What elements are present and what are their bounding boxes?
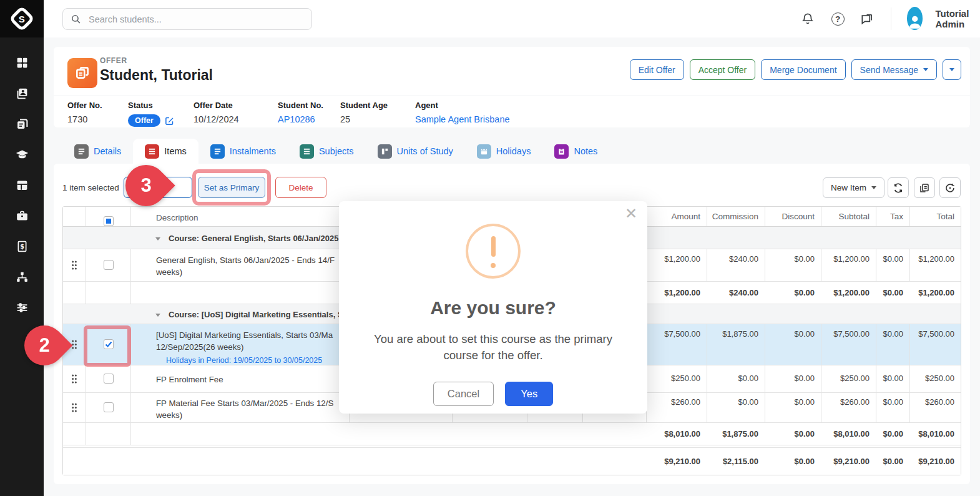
sidebar-item-dashboard[interactable] xyxy=(0,47,44,78)
offer-header-card: OFFER Student, Tutorial Edit Offer Accep… xyxy=(54,47,970,127)
sliders-icon xyxy=(16,301,29,314)
collapse-caret-icon[interactable] xyxy=(155,314,160,317)
tab-details[interactable]: Details xyxy=(62,139,133,164)
status-badge: Offer xyxy=(128,114,160,127)
user-name: Tutorial Admin xyxy=(935,8,980,29)
cancel-button[interactable]: Cancel xyxy=(433,382,494,406)
new-item-button[interactable]: New Item xyxy=(823,177,884,198)
more-actions-button[interactable] xyxy=(943,59,961,80)
chat-icon xyxy=(860,12,874,26)
drag-handle-icon[interactable] xyxy=(63,393,86,422)
graduation-cap-icon xyxy=(16,148,29,161)
columns-icon xyxy=(919,182,930,194)
field-offer-no: Offer No. 1730 xyxy=(67,101,102,124)
drag-handle-icon[interactable] xyxy=(63,249,86,281)
sidebar-item-finance[interactable]: $ xyxy=(0,231,44,262)
items-icon xyxy=(145,144,159,159)
tab-bar: Details Items Instalments Subjects Units… xyxy=(62,139,609,164)
select-all-checkbox[interactable] xyxy=(104,216,114,226)
history-icon xyxy=(944,182,956,194)
sidebar-item-settings[interactable] xyxy=(0,292,44,323)
tab-items[interactable]: Items xyxy=(133,139,198,164)
layout-icon xyxy=(16,179,29,192)
sidebar-item-students[interactable] xyxy=(0,78,44,109)
tab-units-of-study[interactable]: Units of Study xyxy=(366,139,465,164)
bell-icon xyxy=(801,12,815,26)
instalments-icon xyxy=(210,144,225,159)
offer-kicker: OFFER xyxy=(100,56,127,65)
tab-instalments[interactable]: Instalments xyxy=(198,139,288,164)
edit-status-icon[interactable] xyxy=(165,116,174,126)
students-icon xyxy=(16,87,29,100)
field-status: Status Offer xyxy=(128,101,174,127)
grand-total-row: $9,210.00 $2,115.00 $0.00 $9,210.00 $0.0… xyxy=(63,447,961,475)
logo-icon: S xyxy=(9,6,35,32)
edit-offer-button[interactable]: Edit Offer xyxy=(630,59,684,80)
sidebar-item-network[interactable] xyxy=(0,262,44,292)
tab-holidays[interactable]: Holidays xyxy=(465,139,543,164)
page-title: Student, Tutorial xyxy=(100,67,213,84)
help-button[interactable]: ? xyxy=(830,11,846,27)
row-checkbox[interactable] xyxy=(104,260,114,270)
drag-handle-icon[interactable] xyxy=(63,365,86,392)
tab-subjects[interactable]: Subjects xyxy=(288,139,366,164)
invoice-icon: $ xyxy=(16,240,29,253)
merge-document-button[interactable]: Merge Document xyxy=(761,59,845,80)
notifications-button[interactable] xyxy=(800,11,816,27)
close-icon[interactable]: ✕ xyxy=(625,206,637,221)
field-agent: Agent Sample Agent Brisbane xyxy=(415,101,510,124)
units-of-study-icon xyxy=(378,144,392,159)
search-icon xyxy=(71,14,81,24)
annotation-highlight-set-primary xyxy=(192,169,271,206)
search-input[interactable] xyxy=(87,14,304,25)
columns-button[interactable] xyxy=(914,177,935,198)
accept-offer-button[interactable]: Accept Offer xyxy=(690,59,756,80)
offers-icon xyxy=(16,117,29,131)
sidebar-item-offers[interactable] xyxy=(0,109,44,139)
search-box xyxy=(62,8,312,30)
selection-status: 1 item selected xyxy=(62,183,119,192)
annotation-step-3-badge: 3 xyxy=(125,165,167,206)
agent-link[interactable]: Sample Agent Brisbane xyxy=(415,114,510,124)
app-window: S $ xyxy=(0,0,980,496)
topbar: ? Tutorial Admin xyxy=(44,0,980,37)
collapse-caret-icon[interactable] xyxy=(155,237,160,241)
sidebar-item-agents[interactable] xyxy=(0,201,44,231)
annotation-step-2-badge: 2 xyxy=(24,325,64,365)
dialog-message: You are about to set this course as the … xyxy=(365,331,621,364)
field-student-no: Student No. AP10286 xyxy=(278,101,323,124)
offer-actions: Edit Offer Accept Offer Merge Document S… xyxy=(630,59,961,80)
row-checkbox[interactable] xyxy=(104,402,114,412)
details-icon xyxy=(74,144,89,159)
holidays-in-period-link[interactable]: Holidays in Period: 19/05/2025 to 30/05/… xyxy=(156,355,349,366)
chevron-down-icon xyxy=(923,68,928,71)
field-student-age: Student Age 25 xyxy=(340,101,388,124)
yes-button[interactable]: Yes xyxy=(505,382,553,406)
briefcase-icon xyxy=(16,209,29,222)
dialog-title: Are you sure? xyxy=(339,297,647,319)
header-divider xyxy=(54,96,970,96)
dashboard-icon xyxy=(16,56,29,69)
messages-button[interactable] xyxy=(858,11,875,27)
send-message-button[interactable]: Send Message xyxy=(851,59,937,80)
sidebar-item-courses[interactable] xyxy=(0,139,44,170)
field-offer-date: Offer Date 10/12/2024 xyxy=(194,101,239,124)
svg-text:$: $ xyxy=(20,243,24,250)
refresh-button[interactable] xyxy=(888,177,909,198)
offer-icon xyxy=(67,58,97,88)
tab-notes[interactable]: Notes xyxy=(542,139,609,164)
user-menu[interactable]: Tutorial Admin xyxy=(907,7,980,30)
holidays-calendar-icon xyxy=(477,144,491,159)
sidebar-item-timetable[interactable] xyxy=(0,170,44,201)
app-logo[interactable]: S xyxy=(0,0,44,37)
confirm-dialog: ✕ Are you sure? You are about to set thi… xyxy=(339,201,647,414)
help-icon: ? xyxy=(831,12,845,26)
row-checkbox[interactable] xyxy=(104,374,114,384)
history-button[interactable] xyxy=(939,177,961,198)
network-icon xyxy=(16,270,29,284)
subjects-icon xyxy=(300,144,314,159)
student-no-link[interactable]: AP10286 xyxy=(278,114,323,124)
delete-button[interactable]: Delete xyxy=(275,177,326,198)
avatar xyxy=(907,7,923,30)
sidebar: S $ xyxy=(0,0,44,496)
